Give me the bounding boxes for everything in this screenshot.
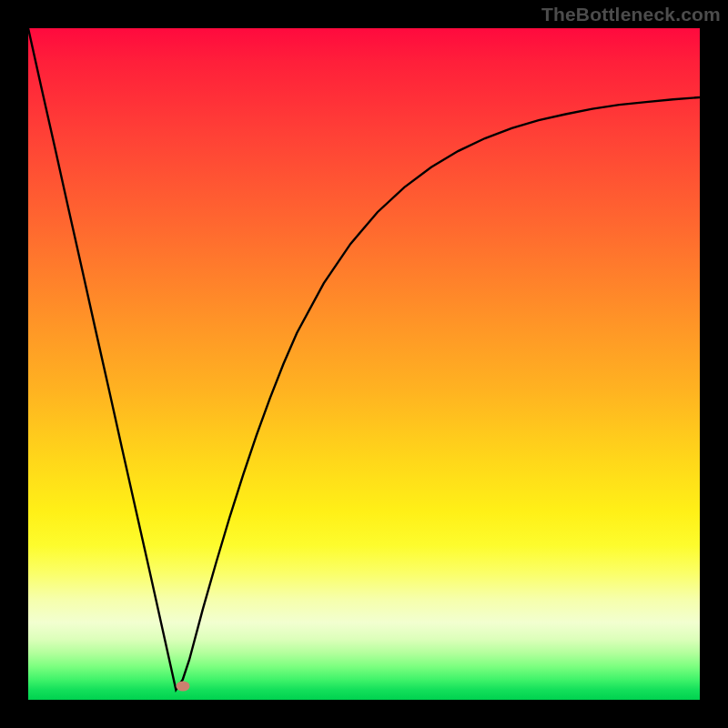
watermark-text: TheBottleneck.com bbox=[541, 4, 721, 25]
optimum-marker bbox=[176, 682, 189, 692]
curve-layer bbox=[28, 28, 700, 700]
chart-frame: TheBottleneck.com bbox=[0, 0, 728, 728]
plot-area bbox=[28, 28, 700, 700]
bottleneck-curve bbox=[28, 28, 700, 690]
